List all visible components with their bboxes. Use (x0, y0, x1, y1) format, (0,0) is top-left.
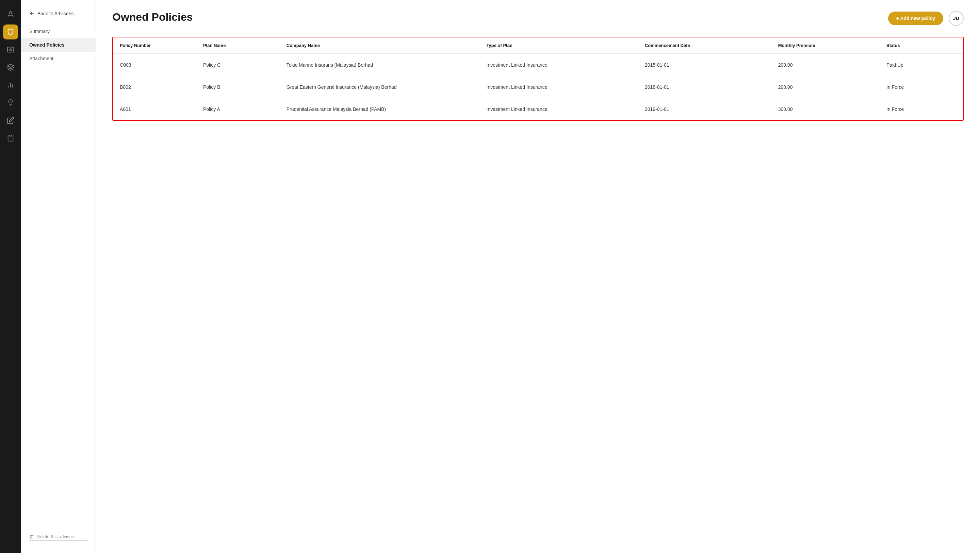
cell-status: In Force (880, 76, 963, 98)
cell-plan-name: Policy C (196, 54, 280, 76)
cell-status: Paid Up (880, 54, 963, 76)
cell-policy-number: C003 (113, 54, 196, 76)
header-plan-name: Plan Name (196, 37, 280, 54)
cell-monthly-premium: 200.00 (772, 76, 880, 98)
svg-point-1 (10, 49, 11, 51)
header-right: + Add new policy JD (888, 11, 964, 26)
sidebar-bottom: Delete this advisee (21, 529, 95, 546)
cell-type-of-plan: Investment Linked Insurance (480, 76, 638, 98)
nav-item-summary[interactable]: Summary (21, 24, 95, 38)
header-commencement-date: Commencement Date (638, 37, 772, 54)
cell-policy-number: B002 (113, 76, 196, 98)
table-row[interactable]: A001 Policy A Prudential Assurance Malay… (113, 98, 963, 121)
right-panel: Back to Advisees Summary Owned Policies … (21, 0, 980, 553)
user-avatar[interactable]: JD (949, 11, 964, 26)
cell-policy-number: A001 (113, 98, 196, 121)
layers-icon[interactable] (3, 60, 18, 75)
page-title: Owned Policies (112, 11, 193, 24)
cell-company-name: Great Eastern General Insurance (Malaysi… (280, 76, 480, 98)
table-row[interactable]: C003 Policy C Tokio Marine Insurans (Mal… (113, 54, 963, 76)
secondary-sidebar: Back to Advisees Summary Owned Policies … (21, 0, 96, 553)
main-content: Owned Policies + Add new policy JD Polic… (96, 0, 980, 553)
nav-item-owned-policies[interactable]: Owned Policies (21, 38, 95, 52)
policies-table: Policy Number Plan Name Company Name Typ… (113, 37, 963, 120)
cell-company-name: Prudential Assurance Malaysia Berhad (PA… (280, 98, 480, 121)
nav-item-attachment[interactable]: Attachment (21, 52, 95, 65)
main-sidebar (0, 0, 21, 553)
camera-icon[interactable] (3, 42, 18, 57)
cell-status: In Force (880, 98, 963, 121)
header-type-of-plan: Type of Plan (480, 37, 638, 54)
table-header-row: Policy Number Plan Name Company Name Typ… (113, 37, 963, 54)
back-to-advisees-link[interactable]: Back to Advisees (21, 7, 95, 21)
add-new-policy-button[interactable]: + Add new policy (888, 11, 943, 25)
header-policy-number: Policy Number (113, 37, 196, 54)
cell-commencement-date: 2018-01-01 (638, 76, 772, 98)
svg-point-0 (9, 11, 11, 14)
edit-icon[interactable] (3, 113, 18, 128)
cell-commencement-date: 2019-01-01 (638, 98, 772, 121)
chart-icon[interactable] (3, 78, 18, 92)
delete-label: Delete this advisee (37, 534, 74, 539)
header-monthly-premium: Monthly Premium (772, 37, 880, 54)
table-row[interactable]: B002 Policy B Great Eastern General Insu… (113, 76, 963, 98)
cell-type-of-plan: Investment Linked Insurance (480, 98, 638, 121)
back-link-label: Back to Advisees (37, 11, 74, 16)
header-company-name: Company Name (280, 37, 480, 54)
svg-marker-2 (8, 64, 14, 67)
clipboard-icon[interactable] (3, 130, 18, 146)
header-status: Status (880, 37, 963, 54)
cell-commencement-date: 2015-01-01 (638, 54, 772, 76)
cell-plan-name: Policy B (196, 76, 280, 98)
person-icon[interactable] (3, 7, 18, 22)
cell-monthly-premium: 300.00 (772, 98, 880, 121)
policies-table-container: Policy Number Plan Name Company Name Typ… (112, 37, 964, 121)
svg-rect-8 (10, 135, 11, 137)
cell-monthly-premium: 200.00 (772, 54, 880, 76)
shield-icon[interactable] (3, 24, 18, 40)
lightbulb-icon[interactable] (3, 95, 18, 110)
delete-advisee-link[interactable]: Delete this advisee (29, 534, 88, 541)
cell-type-of-plan: Investment Linked Insurance (480, 54, 638, 76)
cell-company-name: Tokio Marine Insurans (Malaysia) Berhad (280, 54, 480, 76)
cell-plan-name: Policy A (196, 98, 280, 121)
main-header: Owned Policies + Add new policy JD (112, 11, 964, 26)
